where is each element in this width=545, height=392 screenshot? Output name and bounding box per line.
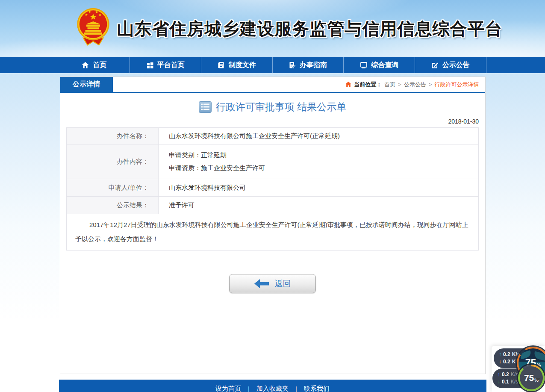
document-icon bbox=[218, 62, 225, 69]
nav-item-home[interactable]: 首页 bbox=[59, 57, 130, 73]
footer-link-set-homepage[interactable]: 设为首页 bbox=[215, 385, 241, 392]
nav-label: 办事指南 bbox=[300, 61, 327, 70]
breadcrumb-link-home[interactable]: 首页 bbox=[384, 81, 395, 88]
back-button-label: 返回 bbox=[275, 278, 291, 289]
nav-label: 公示公告 bbox=[442, 61, 470, 70]
monitor-icon bbox=[360, 62, 368, 69]
nav-label: 综合查询 bbox=[371, 61, 399, 70]
publish-date: 2018-01-30 bbox=[66, 118, 479, 125]
summary-text: 2017年12月27日受理的山东水发环境科技有限公司施工企业安全生产许可(正常延… bbox=[67, 214, 479, 251]
row-label: 办件内容： bbox=[67, 144, 159, 179]
breadcrumb-link-announcements[interactable]: 公示公告 bbox=[404, 81, 426, 88]
row-value: 申请类别：正常延期 申请资质：施工企业安全生产许可 bbox=[159, 144, 479, 179]
download-speed-unit: K/s bbox=[511, 379, 518, 385]
site-title: 山东省住房城乡建设服务监管与信用信息综合平台 bbox=[117, 17, 503, 41]
breadcrumb-location-label: 当前位置： bbox=[354, 81, 382, 88]
speed-monitor-widget: ↑ 0.2 K/s ↓ 0.2 K/s ↑ 0.2 K/s ↓ 0.1 K/s bbox=[492, 346, 545, 392]
footer-separator: | bbox=[295, 385, 297, 392]
footer-link-contact-us[interactable]: 联系我们 bbox=[304, 385, 330, 392]
footer-link-add-favorites[interactable]: 加入收藏夹 bbox=[256, 385, 289, 392]
table-row: 申请人/单位： 山东水发环境科技有限公司 bbox=[67, 179, 479, 197]
table-row: 办件名称： 山东水发环境科技有限公司施工企业安全生产许可(正常延期) bbox=[67, 128, 479, 144]
memory-percent: 75 bbox=[524, 373, 534, 383]
breadcrumb-home-icon bbox=[345, 82, 351, 87]
main-nav: 首页 平台首页 制度文件 办事指南 bbox=[0, 57, 545, 73]
row-label: 办件名称： bbox=[67, 128, 159, 144]
download-speed-value: 0.2 bbox=[503, 359, 510, 365]
nav-item-policy-documents[interactable]: 制度文件 bbox=[201, 57, 273, 73]
row-value-line: 申请类别：正常延期 bbox=[169, 151, 478, 159]
upload-speed-value: 0.2 bbox=[502, 371, 509, 378]
table-row: 公示结果： 准予许可 bbox=[67, 197, 479, 214]
content-panel: 公示详情 当前位置： 首页 > 公示公告 > 行政许可公示详情 bbox=[60, 77, 486, 374]
row-value: 准予许可 bbox=[159, 197, 479, 214]
nav-label: 平台首页 bbox=[157, 61, 185, 70]
download-arrow-icon: ↓ bbox=[499, 359, 501, 365]
table-row-summary: 2017年12月27日受理的山东水发环境科技有限公司施工企业安全生产许可(正常延… bbox=[67, 214, 479, 251]
home-icon bbox=[82, 62, 89, 69]
upload-arrow-icon: ↑ bbox=[498, 371, 500, 378]
guide-icon bbox=[289, 62, 296, 69]
list-icon bbox=[199, 101, 212, 113]
row-value: 山东水发环境科技有限公司 bbox=[159, 179, 479, 197]
upload-speed-unit: K/s bbox=[511, 371, 518, 378]
nav-label: 制度文件 bbox=[229, 61, 256, 70]
breadcrumb-separator: > bbox=[398, 81, 401, 88]
upload-speed-value: 0.2 bbox=[503, 351, 510, 358]
back-arrow-icon bbox=[254, 279, 269, 288]
row-value-line: 申请资质：施工企业安全生产许可 bbox=[169, 164, 478, 172]
nav-item-service-guide[interactable]: 办事指南 bbox=[273, 57, 344, 73]
edit-icon bbox=[431, 62, 439, 69]
page: 山东省住房城乡建设服务监管与信用信息综合平台 首页 平台首页 制度文 bbox=[0, 0, 545, 392]
upload-arrow-icon: ↑ bbox=[499, 351, 501, 358]
tab-public-detail[interactable]: 公示详情 bbox=[60, 77, 113, 92]
download-arrow-icon: ↓ bbox=[498, 379, 500, 385]
page-title-text: 行政许可审批事项 结果公示单 bbox=[216, 100, 346, 114]
breadcrumb: 当前位置： 首页 > 公示公告 > 行政许可公示详情 bbox=[345, 77, 485, 92]
memory-usage-gauge-2[interactable]: 75 % bbox=[518, 365, 545, 391]
grid-icon bbox=[147, 62, 153, 69]
nav-item-public-announcements[interactable]: 公示公告 bbox=[415, 57, 486, 73]
footer-separator: | bbox=[248, 385, 250, 392]
national-emblem-logo bbox=[75, 7, 111, 48]
table-row: 办件内容： 申请类别：正常延期 申请资质：施工企业安全生产许可 bbox=[67, 144, 479, 179]
row-value: 山东水发环境科技有限公司施工企业安全生产许可(正常延期) bbox=[159, 128, 479, 144]
page-title: 行政许可审批事项 结果公示单 bbox=[60, 100, 485, 114]
download-speed-value: 0.1 bbox=[502, 379, 509, 385]
breadcrumb-current: 行政许可公示详情 bbox=[435, 81, 479, 88]
crumb-bar: 公示详情 当前位置： 首页 > 公示公告 > 行政许可公示详情 bbox=[60, 77, 485, 93]
main-area: 公示详情 当前位置： 首页 > 公示公告 > 行政许可公示详情 bbox=[0, 73, 545, 392]
site-footer: 设为首页 | 加入收藏夹 | 联系我们 bbox=[59, 380, 486, 392]
row-label: 申请人/单位： bbox=[67, 179, 159, 197]
collapse-caret-icon[interactable] bbox=[535, 378, 540, 381]
nav-item-comprehensive-query[interactable]: 综合查询 bbox=[344, 57, 415, 73]
detail-table: 办件名称： 山东水发环境科技有限公司施工企业安全生产许可(正常延期) 办件内容：… bbox=[66, 127, 479, 251]
nav-label: 首页 bbox=[93, 61, 106, 70]
back-button[interactable]: 返回 bbox=[229, 274, 316, 293]
nav-item-platform-home[interactable]: 平台首页 bbox=[130, 57, 201, 73]
site-header: 山东省住房城乡建设服务监管与信用信息综合平台 bbox=[0, 0, 545, 57]
row-label: 公示结果： bbox=[67, 197, 159, 214]
breadcrumb-separator: > bbox=[429, 81, 432, 88]
